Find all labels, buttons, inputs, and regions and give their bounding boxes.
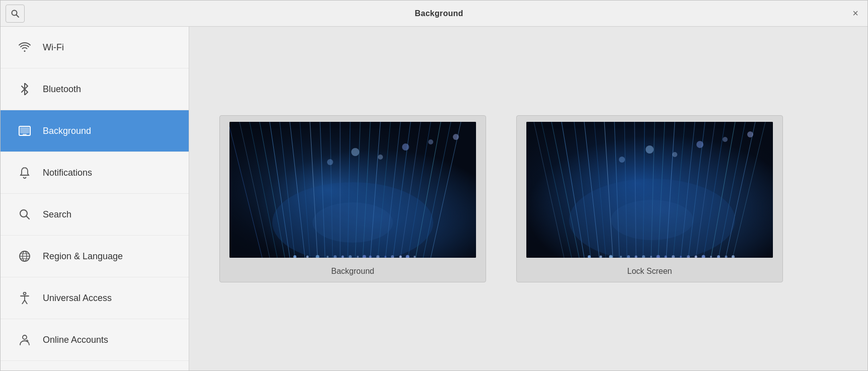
main-area: Background (189, 27, 867, 370)
sidebar-item-notifications[interactable]: Notifications (1, 152, 189, 194)
svg-point-12 (24, 292, 26, 295)
svg-point-113 (619, 157, 625, 163)
wifi-icon (16, 42, 34, 52)
sidebar-item-region-label: Region & Language (43, 251, 123, 262)
background-card-label: Background (331, 264, 374, 278)
sidebar-item-wifi-label: Wi-Fi (43, 42, 64, 53)
svg-point-13 (23, 335, 27, 339)
sidebar-item-search[interactable]: Search (1, 194, 189, 236)
region-icon (16, 250, 34, 262)
sidebar-item-bluetooth-label: Bluetooth (43, 84, 81, 95)
sidebar-item-universal-access-label: Universal Access (43, 293, 112, 304)
background-image (229, 122, 476, 258)
notifications-icon (16, 167, 34, 179)
sidebar-item-notifications-label: Notifications (43, 168, 92, 178)
settings-window: Background × Wi-Fi (0, 0, 868, 371)
online-accounts-icon (16, 334, 34, 346)
search-sidebar-icon (16, 209, 34, 220)
sidebar-item-online-accounts-label: Online Accounts (43, 335, 108, 345)
sidebar-item-region[interactable]: Region & Language (1, 236, 189, 277)
svg-point-59 (327, 159, 333, 165)
svg-point-114 (646, 145, 654, 154)
svg-point-116 (696, 141, 703, 148)
svg-point-66 (312, 202, 393, 243)
svg-point-60 (351, 148, 359, 156)
svg-point-62 (402, 143, 409, 151)
lock-screen-card-label: Lock Screen (627, 264, 672, 278)
svg-rect-3 (20, 127, 29, 133)
svg-rect-4 (23, 134, 27, 135)
lock-screen-wallpaper-card[interactable]: Lock Screen (516, 115, 783, 282)
svg-point-61 (378, 155, 383, 160)
search-icon (11, 9, 20, 18)
lock-screen-image (526, 122, 773, 258)
svg-point-58 (414, 256, 416, 258)
sidebar-item-online-accounts[interactable]: Online Accounts (1, 319, 189, 361)
search-button[interactable] (6, 5, 25, 23)
background-icon (16, 126, 34, 136)
svg-point-117 (723, 137, 728, 142)
sidebar: Wi-Fi Bluetooth (1, 27, 189, 370)
sidebar-item-universal-access[interactable]: Universal Access (1, 277, 189, 319)
titlebar: Background × (1, 1, 867, 27)
universal-access-icon (16, 292, 34, 304)
svg-line-1 (17, 15, 19, 17)
background-wallpaper-card[interactable]: Background (219, 115, 486, 282)
content-area: Wi-Fi Bluetooth (1, 27, 867, 370)
close-button[interactable]: × (848, 7, 862, 21)
sidebar-item-background-label: Background (43, 126, 91, 136)
sidebar-item-bluetooth[interactable]: Bluetooth (1, 68, 189, 110)
window-title: Background (30, 9, 848, 18)
svg-point-109 (710, 256, 712, 258)
sidebar-item-wifi[interactable]: Wi-Fi (1, 27, 189, 68)
svg-point-120 (611, 200, 693, 240)
sidebar-item-background[interactable]: Background (1, 110, 189, 152)
svg-point-63 (428, 139, 433, 144)
sidebar-item-search-label: Search (43, 209, 71, 220)
svg-point-115 (672, 152, 677, 157)
bluetooth-icon (16, 83, 34, 95)
svg-point-118 (747, 131, 753, 137)
svg-point-64 (453, 134, 459, 140)
svg-line-6 (26, 216, 29, 219)
